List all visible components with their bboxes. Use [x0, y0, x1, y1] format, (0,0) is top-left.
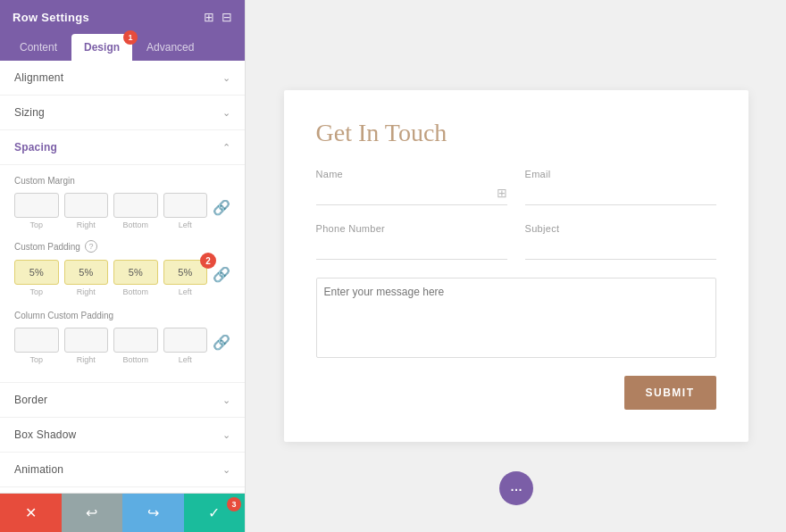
margin-left-wrap: Left: [163, 193, 208, 229]
subject-label: Subject: [525, 223, 716, 234]
animation-chevron: ⌄: [222, 464, 230, 476]
section-sizing[interactable]: Sizing ⌄: [0, 96, 245, 130]
submit-row: SUBMIT: [316, 376, 716, 410]
custom-padding-section: Custom Padding ? Top Right: [14, 240, 230, 300]
save-button[interactable]: ✓ 3: [184, 494, 246, 532]
name-input[interactable]: [316, 185, 507, 205]
col-padding-top-label: Top: [29, 355, 43, 364]
col-padding-left-input[interactable]: [163, 328, 208, 353]
undo-button[interactable]: ↩: [62, 494, 123, 532]
message-field: [316, 278, 716, 358]
col-padding-left-wrap: Left: [163, 328, 208, 364]
padding-help-icon[interactable]: ?: [85, 240, 97, 253]
form-row-2: Phone Number Subject: [316, 223, 716, 260]
col-padding-top-input[interactable]: [14, 328, 59, 353]
padding-bottom-label: Bottom: [122, 287, 148, 296]
submit-button[interactable]: SUBMIT: [624, 376, 716, 410]
margin-bottom-input[interactable]: [113, 193, 158, 218]
margin-left-label: Left: [179, 220, 192, 229]
phone-label: Phone Number: [316, 223, 507, 234]
col-padding-left-label: Left: [179, 355, 192, 364]
section-animation[interactable]: Animation ⌄: [0, 453, 245, 487]
col-padding-bottom-wrap: Bottom: [113, 328, 158, 364]
padding-right-input[interactable]: [64, 260, 109, 285]
contact-title: Get In Touch: [316, 119, 716, 147]
margin-top-input[interactable]: [14, 193, 59, 218]
column-padding-inputs: Top Right Bottom Left 🔗: [14, 328, 230, 364]
redo-button[interactable]: ↪: [122, 494, 184, 532]
phone-input[interactable]: [316, 239, 507, 260]
collapse-icon[interactable]: ⊟: [222, 10, 232, 24]
margin-right-input[interactable]: [64, 193, 109, 218]
column-padding-label: Column Custom Padding: [14, 311, 230, 320]
col-padding-right-label: Right: [77, 355, 96, 364]
box-shadow-chevron: ⌄: [222, 429, 230, 441]
margin-left-input[interactable]: [163, 193, 208, 218]
alignment-chevron: ⌄: [222, 72, 230, 84]
fab-button[interactable]: ···: [499, 471, 533, 505]
spacing-content: Custom Margin Top Right Bottom Left: [0, 165, 245, 383]
tab-advanced[interactable]: Advanced: [134, 34, 206, 61]
phone-field: Phone Number: [316, 223, 507, 260]
panel-header: Row Settings ⊞ ⊟: [0, 0, 245, 34]
left-panel: Row Settings ⊞ ⊟ Content Design 1 Advanc…: [0, 0, 246, 532]
custom-margin-inputs: Top Right Bottom Left 🔗: [14, 193, 230, 229]
fab-icon: ···: [510, 478, 523, 499]
padding-left-label: Left: [179, 287, 192, 296]
section-spacing[interactable]: Spacing ⌃: [0, 130, 245, 165]
section-border[interactable]: Border ⌄: [0, 383, 245, 418]
email-field: Email: [525, 169, 716, 205]
message-textarea[interactable]: [316, 278, 716, 358]
custom-padding-label: Custom Padding ?: [14, 240, 230, 253]
save-badge: 3: [227, 497, 241, 511]
padding-badge: 2: [200, 253, 216, 269]
subject-field: Subject: [525, 223, 716, 260]
name-icon: ⊞: [497, 186, 507, 200]
margin-link-icon[interactable]: 🔗: [213, 199, 230, 216]
padding-top-input[interactable]: [14, 260, 59, 285]
custom-margin-label: Custom Margin: [14, 176, 230, 186]
tab-design[interactable]: Design 1: [71, 34, 132, 61]
panel-title: Row Settings: [13, 11, 89, 24]
expand-icon[interactable]: ⊞: [204, 10, 214, 24]
cancel-button[interactable]: ✕: [0, 494, 62, 532]
name-label: Name: [316, 169, 507, 179]
padding-bottom-input[interactable]: [113, 260, 158, 285]
right-panel: Get In Touch Name ⊞ Email Phone Number S…: [246, 0, 786, 532]
margin-top-wrap: Top: [14, 193, 59, 229]
name-field: Name ⊞: [316, 169, 507, 205]
padding-bottom-wrap: Bottom: [113, 260, 158, 296]
tab-content[interactable]: Content: [7, 34, 70, 61]
padding-right-label: Right: [77, 287, 96, 296]
col-padding-link-icon[interactable]: 🔗: [213, 334, 230, 351]
form-row-1: Name ⊞ Email: [316, 169, 716, 205]
margin-right-label: Right: [77, 220, 96, 229]
margin-top-label: Top: [29, 220, 43, 229]
col-padding-bottom-label: Bottom: [122, 355, 148, 364]
panel-footer: ✕ ↩ ↪ ✓ 3: [0, 493, 245, 532]
column-padding-section: Column Custom Padding Top Right Bottom: [14, 311, 230, 364]
margin-right-wrap: Right: [64, 193, 109, 229]
name-input-wrap: ⊞: [316, 185, 507, 205]
tabs-row: Content Design 1 Advanced: [0, 34, 245, 61]
section-alignment[interactable]: Alignment ⌄: [0, 61, 245, 96]
email-label: Email: [525, 169, 716, 179]
padding-link-icon[interactable]: 🔗: [213, 266, 230, 283]
margin-bottom-label: Bottom: [122, 220, 148, 229]
col-padding-right-wrap: Right: [64, 328, 109, 364]
sizing-chevron: ⌄: [222, 107, 230, 119]
padding-top-label: Top: [29, 287, 43, 296]
col-padding-right-input[interactable]: [64, 328, 109, 353]
custom-padding-badge-wrap: Top Right Bottom Left: [14, 260, 230, 300]
email-input[interactable]: [525, 185, 716, 205]
panel-header-icons: ⊞ ⊟: [204, 10, 232, 24]
padding-right-wrap: Right: [64, 260, 109, 296]
panel-body: Alignment ⌄ Sizing ⌄ Spacing ⌃ Custom Ma…: [0, 61, 245, 493]
col-padding-bottom-input[interactable]: [113, 328, 158, 353]
spacing-chevron: ⌃: [222, 142, 230, 154]
col-padding-top-wrap: Top: [14, 328, 59, 364]
subject-input[interactable]: [525, 239, 716, 260]
padding-left-wrap: Left: [163, 260, 208, 296]
padding-top-wrap: Top: [14, 260, 59, 296]
section-box-shadow[interactable]: Box Shadow ⌄: [0, 418, 245, 453]
